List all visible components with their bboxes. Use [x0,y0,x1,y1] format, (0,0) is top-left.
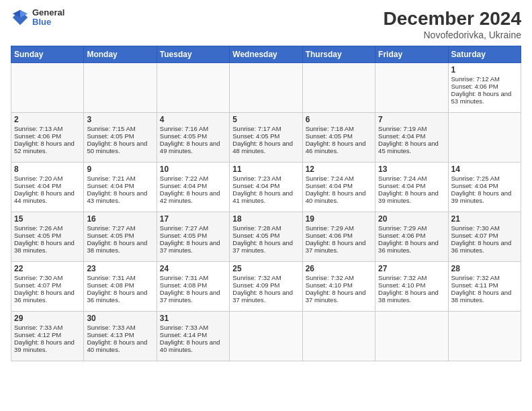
daylight-label: Daylight: 8 hours and 40 minutes. [306,189,366,204]
calendar-cell: 11Sunrise: 7:23 AMSunset: 4:04 PMDayligh… [230,163,302,212]
day-number: 16 [87,214,153,224]
sunset-label: Sunset: 4:05 PM [232,232,279,239]
sunrise-label: Sunrise: 7:32 AM [306,274,354,281]
day-number: 12 [306,165,372,174]
daylight-label: Daylight: 8 hours and 39 minutes. [14,338,75,353]
calendar-cell: 17Sunrise: 7:27 AMSunset: 4:05 PMDayligh… [157,212,229,262]
sunset-label: Sunset: 4:14 PM [160,331,207,338]
calendar-cell: 2Sunrise: 7:13 AMSunset: 4:06 PMDaylight… [11,113,84,163]
calendar-cell: 14Sunrise: 7:25 AMSunset: 4:04 PMDayligh… [448,163,521,212]
day-number: 25 [232,264,299,273]
header-row: SundayMondayTuesdayWednesdayThursdayFrid… [11,46,521,63]
day-number: 26 [306,264,372,273]
sunrise-label: Sunrise: 7:22 AM [160,175,208,182]
sunrise-label: Sunrise: 7:20 AM [14,175,62,182]
sunset-label: Sunset: 4:12 PM [14,331,61,338]
calendar-cell: 5Sunrise: 7:17 AMSunset: 4:05 PMDaylight… [230,113,302,163]
daylight-label: Daylight: 8 hours and 38 minutes. [451,289,512,304]
sunset-label: Sunset: 4:09 PM [232,281,279,289]
calendar-cell [375,63,448,113]
sunset-label: Sunset: 4:06 PM [14,132,61,140]
sunset-label: Sunset: 4:04 PM [14,182,61,189]
sunset-label: Sunset: 4:10 PM [306,281,353,289]
calendar-table: SundayMondayTuesdayWednesdayThursdayFrid… [11,46,521,361]
sunrise-label: Sunrise: 7:15 AM [87,125,135,132]
header-friday: Friday [375,46,448,63]
logo-general: General [32,8,64,17]
daylight-label: Daylight: 8 hours and 37 minutes. [160,239,220,254]
week-row-4: 22Sunrise: 7:30 AMSunset: 4:07 PMDayligh… [11,262,521,312]
sunset-label: Sunset: 4:05 PM [14,232,61,239]
day-number: 9 [87,165,153,174]
header-wednesday: Wednesday [230,46,302,63]
sunrise-label: Sunrise: 7:31 AM [87,274,135,281]
sunrise-label: Sunrise: 7:31 AM [160,274,208,281]
calendar-cell: 30Sunrise: 7:33 AMSunset: 4:13 PMDayligh… [84,312,157,361]
daylight-label: Daylight: 8 hours and 38 minutes. [378,289,439,304]
day-number: 28 [451,264,518,273]
calendar-cell: 15Sunrise: 7:26 AMSunset: 4:05 PMDayligh… [11,212,84,262]
calendar-cell: 21Sunrise: 7:30 AMSunset: 4:07 PMDayligh… [448,212,521,262]
sunrise-label: Sunrise: 7:26 AM [14,224,62,232]
day-number: 1 [451,65,518,75]
sunrise-label: Sunrise: 7:28 AM [232,224,281,232]
header-sunday: Sunday [11,46,84,63]
week-row-5: 29Sunrise: 7:33 AMSunset: 4:12 PMDayligh… [11,312,521,361]
daylight-label: Daylight: 8 hours and 37 minutes. [232,239,293,254]
day-number: 3 [87,115,153,124]
daylight-label: Daylight: 8 hours and 43 minutes. [87,189,147,204]
sunset-label: Sunset: 4:04 PM [160,182,207,189]
sunrise-label: Sunrise: 7:24 AM [306,175,354,182]
calendar-cell: 12Sunrise: 7:24 AMSunset: 4:04 PMDayligh… [302,163,375,212]
daylight-label: Daylight: 8 hours and 36 minutes. [87,289,147,304]
sunset-label: Sunset: 4:04 PM [378,182,425,189]
sunset-label: Sunset: 4:04 PM [87,182,134,189]
day-number: 31 [160,314,226,323]
week-row-0: 1Sunrise: 7:12 AMSunset: 4:06 PMDaylight… [11,63,521,113]
day-number: 6 [306,115,372,124]
daylight-label: Daylight: 8 hours and 40 minutes. [160,338,220,353]
sunrise-label: Sunrise: 7:23 AM [232,175,281,182]
daylight-label: Daylight: 8 hours and 38 minutes. [14,239,75,254]
day-number: 27 [378,264,445,273]
logo-blue: Blue [32,17,64,27]
title-block: December 2024 Novofedorivka, Ukraine [384,8,521,40]
calendar-cell [157,63,229,113]
calendar-cell [302,63,375,113]
calendar-cell: 1Sunrise: 7:12 AMSunset: 4:06 PMDaylight… [448,63,521,113]
sunrise-label: Sunrise: 7:33 AM [87,324,135,331]
calendar-cell: 19Sunrise: 7:29 AMSunset: 4:06 PMDayligh… [302,212,375,262]
daylight-label: Daylight: 8 hours and 50 minutes. [87,140,147,154]
calendar-cell [230,63,302,113]
sunset-label: Sunset: 4:07 PM [14,281,61,289]
sunrise-label: Sunrise: 7:33 AM [160,324,208,331]
calendar-cell: 8Sunrise: 7:20 AMSunset: 4:04 PMDaylight… [11,163,84,212]
calendar-cell: 22Sunrise: 7:30 AMSunset: 4:07 PMDayligh… [11,262,84,312]
sunset-label: Sunset: 4:06 PM [306,232,353,239]
day-number: 18 [232,214,299,224]
day-number: 2 [14,115,81,124]
day-number: 10 [160,165,226,174]
day-number: 22 [14,264,81,273]
calendar-cell: 16Sunrise: 7:27 AMSunset: 4:05 PMDayligh… [84,212,157,262]
day-number: 20 [378,214,445,224]
daylight-label: Daylight: 8 hours and 49 minutes. [160,140,220,154]
week-row-3: 15Sunrise: 7:26 AMSunset: 4:05 PMDayligh… [11,212,521,262]
sunset-label: Sunset: 4:05 PM [160,232,207,239]
calendar-cell: 6Sunrise: 7:18 AMSunset: 4:05 PMDaylight… [302,113,375,163]
sunrise-label: Sunrise: 7:33 AM [14,324,62,331]
daylight-label: Daylight: 8 hours and 39 minutes. [378,189,439,204]
sunset-label: Sunset: 4:04 PM [451,182,498,189]
daylight-label: Daylight: 8 hours and 36 minutes. [451,239,512,254]
sunrise-label: Sunrise: 7:19 AM [378,125,427,132]
subtitle: Novofedorivka, Ukraine [384,30,521,40]
daylight-label: Daylight: 8 hours and 48 minutes. [232,140,293,154]
header-monday: Monday [84,46,157,63]
sunrise-label: Sunrise: 7:13 AM [14,125,62,132]
day-number: 17 [160,214,226,224]
daylight-label: Daylight: 8 hours and 45 minutes. [378,140,439,154]
calendar-cell: 25Sunrise: 7:32 AMSunset: 4:09 PMDayligh… [230,262,302,312]
sunrise-label: Sunrise: 7:29 AM [378,224,427,232]
daylight-label: Daylight: 8 hours and 39 minutes. [451,189,512,204]
sunset-label: Sunset: 4:06 PM [378,232,425,239]
